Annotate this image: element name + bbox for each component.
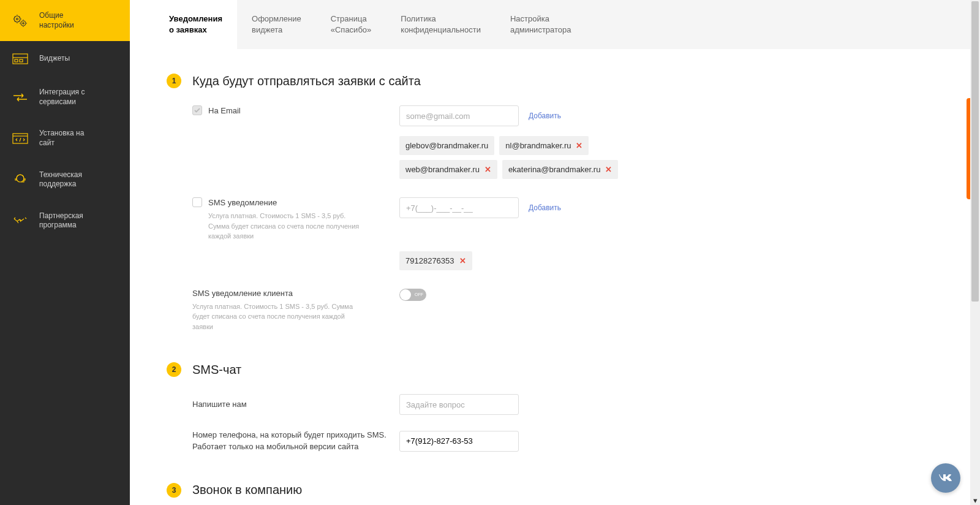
section-title: Куда будут отправляться заявки с сайта bbox=[192, 74, 421, 88]
sms-checkbox-label: SMS уведомление bbox=[208, 198, 277, 207]
vk-chat-button[interactable] bbox=[931, 463, 960, 493]
remove-tag-icon[interactable]: ✕ bbox=[576, 141, 582, 150]
tab-label-line1: Настройка bbox=[510, 13, 571, 25]
tab-thankyou[interactable]: Страница «Спасибо» bbox=[316, 0, 386, 49]
write-us-input[interactable] bbox=[399, 394, 519, 415]
sidebar: Общие настройки Виджеты Интеграция с сер… bbox=[0, 0, 130, 505]
sms-client-toggle[interactable]: OFF bbox=[399, 289, 426, 301]
email-checkbox[interactable] bbox=[192, 105, 202, 115]
section-title: Звонок в компанию bbox=[192, 483, 302, 497]
sidebar-item-label: Партнерская программа bbox=[39, 211, 83, 230]
scroll-down-arrow[interactable]: ▾ bbox=[970, 495, 980, 505]
sidebar-item-partner[interactable]: Партнерская программа bbox=[0, 200, 130, 241]
tab-privacy[interactable]: Политика конфиденциальности bbox=[386, 0, 496, 49]
phone-tag-text: 79128276353 bbox=[405, 256, 454, 265]
toggle-knob bbox=[400, 289, 411, 300]
tab-label-line1: Оформление bbox=[252, 13, 301, 25]
sms-hint: Услуга платная. Стоимость 1 SMS - 3,5 ру… bbox=[192, 211, 364, 241]
svg-rect-6 bbox=[15, 59, 18, 62]
email-input[interactable] bbox=[399, 105, 519, 126]
tab-admin[interactable]: Настройка администратора bbox=[496, 0, 586, 49]
scrollbar[interactable]: ▴ ▾ bbox=[970, 0, 980, 505]
integration-icon bbox=[12, 91, 28, 104]
sms-client-label: SMS уведомление клиента bbox=[192, 289, 399, 298]
sidebar-item-support[interactable]: Техническая поддержка bbox=[0, 159, 130, 200]
sidebar-item-label: Интеграция с сервисами bbox=[39, 88, 85, 107]
sidebar-item-label: Виджеты bbox=[39, 54, 70, 64]
sms-phone-value-input[interactable] bbox=[399, 431, 519, 452]
sidebar-item-label: Техническая поддержка bbox=[39, 170, 82, 189]
tab-label-line1: Политика bbox=[401, 13, 481, 25]
email-tag: nl@brandmaker.ru ✕ bbox=[499, 136, 589, 155]
svg-point-1 bbox=[17, 18, 18, 20]
svg-rect-7 bbox=[20, 59, 23, 62]
gears-icon bbox=[12, 14, 28, 28]
email-checkbox-label: На Email bbox=[208, 106, 241, 115]
toggle-off-text: OFF bbox=[415, 292, 423, 297]
write-us-label: Напишите нам bbox=[167, 399, 399, 410]
email-tag-text: ekaterina@brandmaker.ru bbox=[508, 165, 601, 174]
email-tags: glebov@brandmaker.ru nl@brandmaker.ru ✕ … bbox=[399, 136, 620, 179]
email-tag-text: nl@brandmaker.ru bbox=[505, 141, 571, 150]
main-content: Уведомления о заявках Оформление виджета… bbox=[130, 0, 980, 505]
remove-tag-icon[interactable]: ✕ bbox=[605, 165, 612, 174]
tab-label-line1: Уведомления bbox=[169, 13, 222, 25]
tab-notifications[interactable]: Уведомления о заявках bbox=[154, 0, 237, 49]
email-tag-text: web@brandmaker.ru bbox=[405, 165, 480, 174]
section-destinations: 1 Куда будут отправляться заявки с сайта… bbox=[167, 74, 767, 332]
section-number-badge: 2 bbox=[167, 362, 181, 377]
sidebar-item-widgets[interactable]: Виджеты bbox=[0, 41, 130, 77]
phone-tag: 79128276353 ✕ bbox=[399, 251, 472, 270]
email-tag: web@brandmaker.ru ✕ bbox=[399, 160, 497, 179]
sidebar-item-label: Установка на сайт bbox=[39, 129, 84, 148]
sidebar-item-integration[interactable]: Интеграция с сервисами bbox=[0, 77, 130, 118]
svg-rect-8 bbox=[13, 134, 28, 143]
tab-widget-design[interactable]: Оформление виджета bbox=[237, 0, 316, 49]
svg-point-2 bbox=[21, 21, 26, 26]
add-email-link[interactable]: Добавить bbox=[529, 112, 561, 120]
add-phone-link[interactable]: Добавить bbox=[529, 203, 561, 212]
support-icon bbox=[12, 173, 28, 186]
tab-label-line2: конфиденциальности bbox=[401, 25, 481, 36]
install-icon bbox=[12, 132, 28, 145]
tab-label-line2: о заявках bbox=[169, 25, 222, 36]
sidebar-item-general[interactable]: Общие настройки bbox=[0, 0, 130, 41]
section-sms-chat: 2 SMS-чат Напишите нам Номер телефона, н… bbox=[167, 362, 767, 452]
sms-client-hint: Услуга платная. Стоимость 1 SMS - 3,5 ру… bbox=[192, 302, 364, 332]
section-title: SMS-чат bbox=[192, 363, 241, 377]
remove-tag-icon[interactable]: ✕ bbox=[459, 256, 466, 265]
scrollbar-thumb[interactable] bbox=[971, 1, 979, 302]
section-number-badge: 1 bbox=[167, 74, 181, 88]
sidebar-item-label: Общие настройки bbox=[39, 11, 74, 30]
section-number-badge: 3 bbox=[167, 483, 181, 498]
svg-point-3 bbox=[23, 22, 24, 23]
widgets-icon bbox=[12, 52, 28, 66]
section-call-company: 3 Звонок в компанию bbox=[167, 483, 767, 498]
tab-label-line2: администратора bbox=[510, 25, 571, 36]
partner-icon bbox=[12, 214, 28, 227]
tab-label-line2: «Спасибо» bbox=[331, 25, 372, 36]
remove-tag-icon[interactable]: ✕ bbox=[484, 165, 491, 174]
tabs-bar: Уведомления о заявках Оформление виджета… bbox=[154, 0, 980, 49]
email-tag: ekaterina@brandmaker.ru ✕ bbox=[502, 160, 619, 179]
sms-phone-label: Номер телефона, на который будет приходи… bbox=[167, 430, 399, 452]
sidebar-item-install[interactable]: Установка на сайт bbox=[0, 118, 130, 159]
tab-label-line1: Страница bbox=[331, 13, 372, 25]
email-tag-text: glebov@brandmaker.ru bbox=[405, 141, 488, 150]
sms-phone-input[interactable] bbox=[399, 197, 519, 218]
sms-checkbox[interactable] bbox=[192, 197, 202, 207]
email-tag: glebov@brandmaker.ru bbox=[399, 136, 494, 155]
phone-tags: 79128276353 ✕ bbox=[399, 251, 472, 270]
tab-label-line2: виджета bbox=[252, 25, 301, 36]
